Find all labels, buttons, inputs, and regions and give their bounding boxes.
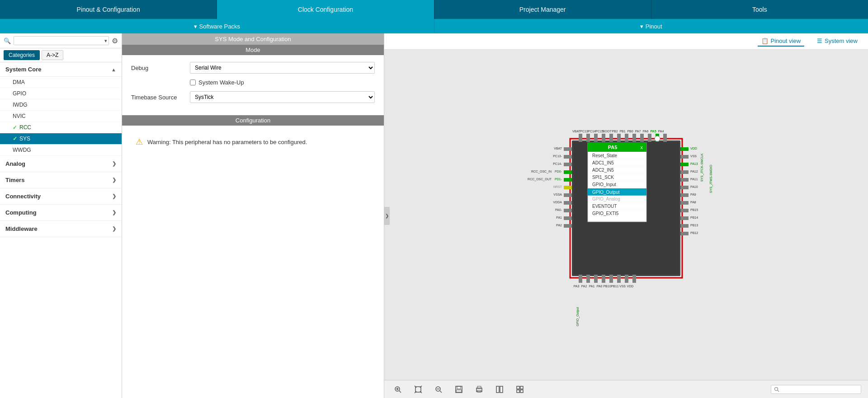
svg-text:PA0-: PA0- [555,208,562,211]
search-input[interactable] [14,37,103,45]
chip-view-header: 📋 Pinout view ☰ System view [384,33,868,50]
svg-text:PA4: PA4 [658,130,664,133]
svg-text:PC13-: PC13- [553,155,562,158]
system-wakeup-checkbox[interactable] [190,80,196,85]
svg-text:PB11: PB11 [611,285,618,288]
svg-text:PB0: PB0 [627,130,633,133]
zoom-out-button[interactable] [432,384,445,395]
svg-text:NRST: NRST [553,185,562,188]
timebase-label: Timebase Source [131,94,190,101]
svg-rect-23 [632,275,636,283]
warning-text: Warning: This peripheral has no paramete… [147,139,307,145]
chip-area: VBAT PC13 PC14 PC15 BOOT PB2 PB1 PB0 PA7… [384,50,868,380]
svg-rect-37 [680,163,689,166]
svg-line-128 [440,391,442,393]
sidebar-item-dma[interactable]: DMA [0,77,122,88]
warning-box: ⚠ Warning: This peripheral has no parame… [131,132,375,151]
svg-text:PA6: PA6 [643,130,649,133]
category-middleware[interactable]: Middleware ❯ [0,221,122,237]
sidebar-item-iwdg[interactable]: IWDG [0,99,122,111]
category-analog[interactable]: Analog ❯ [0,156,122,172]
svg-rect-25 [564,155,572,159]
svg-text:ADC2_IN5: ADC2_IN5 [592,168,614,173]
fit-view-button[interactable] [411,384,425,395]
svg-rect-39 [680,178,689,182]
svg-text:PB1: PB1 [619,130,625,133]
svg-text:EVENTOUT: EVENTOUT [592,204,617,209]
svg-text:Reset_State: Reset_State [592,153,617,158]
svg-text:PA2: PA2 [581,285,587,288]
svg-rect-11 [632,134,636,142]
system-core-items: DMA GPIO IWDG NVIC RCC SYS WWDG [0,77,122,156]
chevron-right-icon: ❯ [112,161,116,167]
panel-title: SYS Mode and Configuration [122,33,384,45]
svg-text:VBAT: VBAT [572,130,580,133]
sidebar-item-nvic[interactable]: NVIC [0,111,122,122]
gear-icon[interactable]: ⚙ [112,37,118,45]
sidebar-item-sys[interactable]: SYS [0,133,122,145]
nav-tools[interactable]: Tools [651,0,868,19]
svg-rect-136 [496,386,499,393]
chevron-right-icon: ❯ [112,193,116,199]
tab-pinout-view[interactable]: 📋 Pinout view [758,36,804,47]
software-packs-menu[interactable]: ▾ Software Packs [0,19,434,33]
svg-rect-43 [680,209,689,212]
svg-rect-29 [564,186,572,189]
search-icon: 🔍 [4,37,11,44]
svg-line-119 [399,391,401,393]
system-view-icon: ☰ [817,37,822,44]
center-panel: SYS Mode and Configuration Mode Debug Se… [122,33,384,398]
svg-rect-15 [663,134,667,142]
tab-system-view[interactable]: ☰ System view [813,36,861,47]
category-computing[interactable]: Computing ❯ [0,205,122,221]
category-timers[interactable]: Timers ❯ [0,172,122,188]
chevron-right-icon: ❯ [112,210,116,215]
chip-search-input[interactable] [782,386,858,393]
svg-text:ADC1_IN5: ADC1_IN5 [592,160,614,165]
save-image-button[interactable] [452,384,466,395]
search-dropdown-button[interactable]: ▾ [103,38,108,44]
zoom-in-button[interactable] [391,384,405,395]
grid-icon [516,385,524,393]
warning-icon: ⚠ [136,137,143,147]
timebase-select[interactable]: SysTick TIM1 TIM2 TIM3 TIM4 [190,91,375,103]
svg-rect-141 [520,390,523,393]
debug-label: Debug [131,65,190,71]
tab-categories[interactable]: Categories [4,50,40,60]
debug-row: Debug Serial Wire No Debug JTAG (2 pins)… [131,62,375,74]
main-layout: 🔍 ▾ ⚙ Categories A->Z System Core ▲ [0,33,868,398]
nav-clock-config[interactable]: Clock Configuration [217,0,434,19]
tab-az[interactable]: A->Z [42,50,63,60]
category-system-core[interactable]: System Core ▲ [0,62,122,77]
fit-view-icon [414,385,422,393]
svg-rect-35 [680,147,689,151]
svg-rect-24 [564,147,572,151]
svg-rect-27 [564,170,572,174]
pinout-menu[interactable]: ▾ Pinout [434,19,868,33]
nav-pinout-config[interactable]: Pinout & Configuration [0,0,217,19]
svg-rect-45 [680,224,689,228]
sidebar-item-gpio[interactable]: GPIO [0,88,122,99]
print-button[interactable] [472,384,486,395]
svg-text:RCC_OSC_IN: RCC_OSC_IN [531,170,552,173]
svg-text:VSSA: VSSA [553,193,562,196]
pinout-view-icon: 📋 [761,37,769,44]
sidebar-item-wwdg[interactable]: WWDG [0,145,122,156]
sidebar-item-rcc[interactable]: RCC [0,122,122,133]
debug-select[interactable]: Serial Wire No Debug JTAG (2 pins) JTAG … [190,62,375,74]
nav-project-manager[interactable]: Project Manager [434,0,651,19]
svg-text:VSS: VSS [690,155,697,158]
svg-rect-33 [564,216,572,220]
svg-text:GPIO_Output: GPIO_Output [592,190,620,195]
svg-rect-139 [520,386,523,389]
category-connectivity[interactable]: Connectivity ❯ [0,188,122,205]
svg-text:VBAT: VBAT [554,147,562,150]
svg-text:PA3: PA3 [574,285,580,288]
svg-text:VDDA: VDDA [553,201,562,204]
columns-button[interactable] [493,384,506,395]
chevron-right-icon: ❯ [112,177,116,183]
svg-rect-4 [579,134,582,142]
grid-button[interactable] [513,384,527,395]
svg-text:GPIO_EXTI5: GPIO_EXTI5 [592,211,619,216]
svg-text:PB2: PB2 [612,130,618,133]
